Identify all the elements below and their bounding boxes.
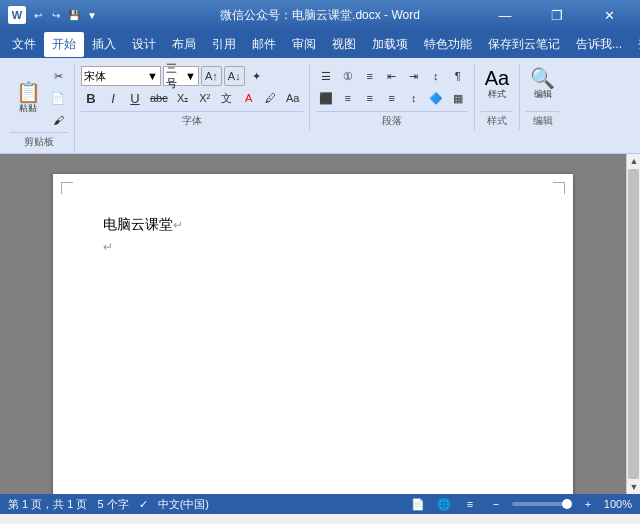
show-para-marks-btn[interactable]: ¶ xyxy=(448,66,468,86)
ribbon-group-styles: Aa 样式 样式 xyxy=(475,64,520,130)
menu-home[interactable]: 开始 xyxy=(44,32,84,57)
font-name-selector[interactable]: 宋体 ▼ xyxy=(81,66,161,86)
menu-view[interactable]: 视图 xyxy=(324,32,364,57)
dropdown-btn[interactable]: ▼ xyxy=(84,7,100,23)
clear-format-btn[interactable]: ✦ xyxy=(247,66,267,86)
editing-button[interactable]: 🔍 编辑 xyxy=(526,66,559,103)
paste-button[interactable]: 📋 粘贴 xyxy=(10,80,46,117)
decrease-font-btn[interactable]: A↓ xyxy=(224,66,245,86)
scroll-down-arrow[interactable]: ▼ xyxy=(627,480,640,494)
paragraph-label: 段落 xyxy=(316,111,468,128)
copy-button[interactable]: 📄 xyxy=(48,88,68,108)
menu-addins[interactable]: 加载项 xyxy=(364,32,416,57)
justify-btn[interactable]: ≡ xyxy=(382,88,402,108)
close-button[interactable]: ✕ xyxy=(586,0,632,30)
menu-bar: 文件 开始 插入 设计 布局 引用 邮件 审阅 视图 加载项 特色功能 保存到云… xyxy=(0,30,640,58)
menu-features[interactable]: 特色功能 xyxy=(416,32,480,57)
shading-btn[interactable]: 🔷 xyxy=(426,88,446,108)
menu-design[interactable]: 设计 xyxy=(124,32,164,57)
zoom-in-btn[interactable]: + xyxy=(578,496,598,512)
editing-icon: 🔍 xyxy=(530,68,555,88)
view-print-btn[interactable]: 📄 xyxy=(408,496,428,512)
view-outline-btn[interactable]: ≡ xyxy=(460,496,480,512)
format-painter-button[interactable]: 🖌 xyxy=(48,110,68,130)
menu-layout[interactable]: 布局 xyxy=(164,32,204,57)
font-size-aa[interactable]: Aa xyxy=(283,88,303,108)
ribbon-group-editing: 🔍 编辑 编辑 xyxy=(520,64,565,130)
font-dropdown-icon: ▼ xyxy=(147,70,158,82)
window-controls: — ❐ ✕ xyxy=(482,0,632,30)
minimize-button[interactable]: — xyxy=(482,0,528,30)
para-mark2: ↵ xyxy=(103,240,113,254)
cut-button[interactable]: ✂ xyxy=(48,66,68,86)
vertical-scrollbar[interactable]: ▲ ▼ xyxy=(626,154,640,494)
page-corner-tr xyxy=(553,182,565,194)
ribbon: 📋 粘贴 ✂ 📄 🖌 剪贴板 宋体 ▼ 三号 ▼ xyxy=(0,58,640,154)
restore-button[interactable]: ❐ xyxy=(534,0,580,30)
zoom-slider[interactable] xyxy=(512,502,572,506)
font-size-value: 三号 xyxy=(166,61,185,91)
pinyin-button[interactable]: 文 xyxy=(217,88,237,108)
menu-references[interactable]: 引用 xyxy=(204,32,244,57)
increase-font-btn[interactable]: A↑ xyxy=(201,66,222,86)
ribbon-content: 📋 粘贴 ✂ 📄 🖌 剪贴板 宋体 ▼ 三号 ▼ xyxy=(0,62,640,153)
ribbon-group-clipboard: 📋 粘贴 ✂ 📄 🖌 剪贴板 xyxy=(4,64,75,151)
status-right: 📄 🌐 ≡ − + 100% xyxy=(408,496,632,512)
menu-save-cloud[interactable]: 保存到云笔记 xyxy=(480,32,568,57)
menu-tell-me[interactable]: 告诉我... xyxy=(568,32,630,57)
editing-group-label: 编辑 xyxy=(526,111,559,128)
underline-button[interactable]: U xyxy=(125,88,145,108)
zoom-level: 100% xyxy=(604,498,632,510)
para-row2: ⬛ ≡ ≡ ≡ ↕ 🔷 ▦ xyxy=(316,88,468,108)
line-spacing-btn[interactable]: ↕ xyxy=(404,88,424,108)
document-area: 电脑云课堂↵ ↵ xyxy=(0,154,626,494)
window-title: 微信公众号：电脑云课堂.docx - Word xyxy=(220,7,420,24)
scroll-thumb[interactable] xyxy=(628,169,639,479)
bold-button[interactable]: B xyxy=(81,88,101,108)
sort-btn[interactable]: ↕ xyxy=(426,66,446,86)
quick-access-group: ↩ ↪ 💾 ▼ xyxy=(30,7,100,23)
menu-login[interactable]: 登录 xyxy=(630,32,640,57)
decrease-indent-btn[interactable]: ⇤ xyxy=(382,66,402,86)
zoom-thumb[interactable] xyxy=(562,499,572,509)
document-text[interactable]: 电脑云课堂↵ ↵ xyxy=(103,214,523,259)
font-color-btn[interactable]: A xyxy=(239,88,259,108)
italic-button[interactable]: I xyxy=(103,88,123,108)
menu-mailings[interactable]: 邮件 xyxy=(244,32,284,57)
border-btn[interactable]: ▦ xyxy=(448,88,468,108)
status-left: 第 1 页，共 1 页 5 个字 ✓ 中文(中国) xyxy=(8,497,209,512)
align-center-btn[interactable]: ≡ xyxy=(338,88,358,108)
status-bar: 第 1 页，共 1 页 5 个字 ✓ 中文(中国) 📄 🌐 ≡ − + 100% xyxy=(0,494,640,514)
menu-review[interactable]: 审阅 xyxy=(284,32,324,57)
redo-btn[interactable]: ↪ xyxy=(48,7,64,23)
font-size-selector[interactable]: 三号 ▼ xyxy=(163,66,199,86)
strikethrough-button[interactable]: abc xyxy=(147,88,171,108)
styles-button[interactable]: Aa 样式 xyxy=(481,66,513,103)
align-right-btn[interactable]: ≡ xyxy=(360,88,380,108)
zoom-out-btn[interactable]: − xyxy=(486,496,506,512)
menu-file[interactable]: 文件 xyxy=(4,32,44,57)
superscript-button[interactable]: X² xyxy=(195,88,215,108)
subscript-button[interactable]: X₂ xyxy=(173,88,193,108)
increase-indent-btn[interactable]: ⇥ xyxy=(404,66,424,86)
doc-line1: 电脑云课堂 xyxy=(103,217,173,232)
document-page: 电脑云课堂↵ ↵ xyxy=(53,174,573,494)
scroll-up-arrow[interactable]: ▲ xyxy=(627,154,640,168)
para-mark1: ↵ xyxy=(173,218,183,232)
save-quick-btn[interactable]: 💾 xyxy=(66,7,82,23)
multilevel-list-btn[interactable]: ≡ xyxy=(360,66,380,86)
highlight-btn[interactable]: 🖊 xyxy=(261,88,281,108)
bullets-button[interactable]: ☰ xyxy=(316,66,336,86)
paste-area: 📋 粘贴 ✂ 📄 🖌 xyxy=(10,66,68,130)
editing-label: 编辑 xyxy=(534,88,552,101)
undo-btn[interactable]: ↩ xyxy=(30,7,46,23)
numbering-button[interactable]: ① xyxy=(338,66,358,86)
para-row1: ☰ ① ≡ ⇤ ⇥ ↕ ¶ xyxy=(316,66,468,86)
view-web-btn[interactable]: 🌐 xyxy=(434,496,454,512)
align-left-btn[interactable]: ⬛ xyxy=(316,88,336,108)
page-info: 第 1 页，共 1 页 xyxy=(8,497,87,512)
menu-insert[interactable]: 插入 xyxy=(84,32,124,57)
paste-icon: 📋 xyxy=(16,82,41,102)
styles-label: 样式 xyxy=(488,88,506,101)
page-corner-tl xyxy=(61,182,73,194)
